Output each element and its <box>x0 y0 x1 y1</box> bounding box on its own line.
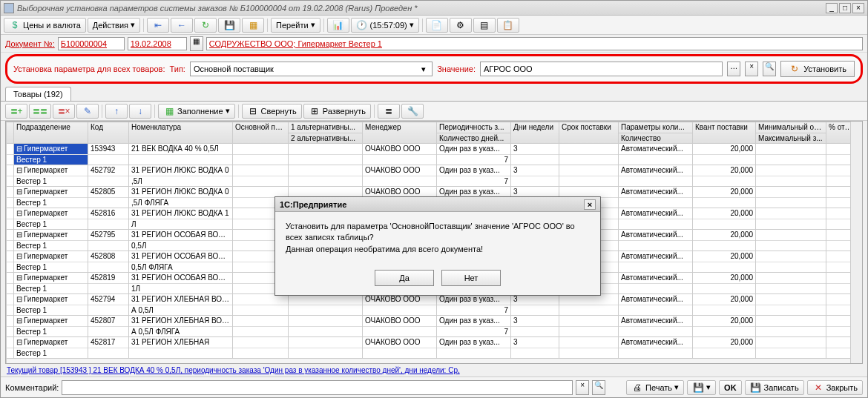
col-weekdays[interactable]: Дни недели <box>511 122 559 144</box>
dialog-title: 1С:Предприятие <box>280 200 346 209</box>
col-main-sup[interactable]: Основной поставщик <box>233 122 289 144</box>
window-title: Выборочная установка параметров системы … <box>17 4 826 13</box>
footer-bar: Комментарий: × 🔍 🖨Печать ▾ 💾▾ OK 💾Записа… <box>1 377 867 397</box>
dialog-no-button[interactable]: Нет <box>441 270 501 286</box>
table-row[interactable]: ⊟ГипермаркетВестер 115394321 ВЕК ВОДКА 4… <box>7 144 851 165</box>
col-manager[interactable]: Менеджер <box>363 122 437 144</box>
col-division[interactable]: Подразделение <box>14 122 88 144</box>
doc-number-input[interactable] <box>58 37 125 50</box>
wrench-icon: 🔧 <box>407 105 418 117</box>
col-qty-params[interactable]: Параметры коли...Количество <box>619 122 693 144</box>
install-button[interactable]: ↻Установить <box>780 61 855 77</box>
comment-lookup-button[interactable]: 🔍 <box>592 380 605 395</box>
tabs: Товары (192) <box>1 87 867 102</box>
confirm-dialog: 1С:Предприятие × Установить для параметр… <box>274 196 601 296</box>
tool-c-button[interactable]: ⚙ <box>450 18 472 33</box>
chart-icon: 📊 <box>332 19 344 31</box>
table-row[interactable]: ⊟ГипермаркетВестер 145281731 РЕГИОН ХЛЕБ… <box>7 337 851 359</box>
refresh-button[interactable]: ↻ <box>194 18 217 33</box>
grid-up-button[interactable]: ↑ <box>105 104 128 119</box>
collapse-icon: ⊟ <box>247 105 259 117</box>
close-window-button[interactable]: × <box>852 3 864 13</box>
col-code[interactable]: Код <box>88 122 129 144</box>
tool-b-button[interactable]: 📄 <box>426 18 448 33</box>
calendar-button[interactable]: ▦ <box>190 36 203 51</box>
time-button[interactable]: 🕐(15:57:09) ▾ <box>351 18 419 33</box>
expand-button[interactable]: ⊞Развернуть <box>303 104 371 119</box>
type-label: Тип: <box>170 64 185 73</box>
actions-button[interactable]: Действия ▾ <box>88 18 140 33</box>
grid-ext1-button[interactable]: ≣ <box>378 104 400 119</box>
value-clear-button[interactable]: × <box>745 62 758 76</box>
save-menu-button[interactable]: 💾▾ <box>687 380 716 395</box>
collapse-button[interactable]: ⊟Свернуть <box>242 104 302 119</box>
grid-delete-button[interactable]: ≣× <box>53 104 75 119</box>
table-row[interactable]: ⊟ГипермаркетВестер 145279231 РЕГИОН ЛЮКС… <box>7 165 851 187</box>
table-row[interactable]: ⊟ГипермаркетВестер 145280731 РЕГИОН ХЛЕБ… <box>7 316 851 337</box>
table-row[interactable]: ⊟ГипермаркетВестер 145279431 РЕГИОН ХЛЕБ… <box>7 294 851 316</box>
grid-toolbar: ≣+ ≣≣ ≣× ✎ ↑ ↓ ▦Заполнение ▾ ⊟Свернуть ⊞… <box>1 102 867 121</box>
nav-first-button[interactable]: ⇤ <box>147 18 169 33</box>
grid-add-button[interactable]: ≣+ <box>5 104 27 119</box>
value-combo[interactable]: АГРОС ООО <box>480 62 723 76</box>
chevron-down-icon[interactable]: ▾ <box>418 64 429 74</box>
doc-label: Документ №: <box>5 39 55 48</box>
fill-icon: ▦ <box>163 105 175 117</box>
disk-icon: 💾 <box>692 382 704 394</box>
dialog-close-button[interactable]: × <box>584 199 596 210</box>
dialog-yes-button[interactable]: Да <box>375 270 434 286</box>
type-combo[interactable]: Основной поставщик ▾ <box>190 62 433 76</box>
col-waste[interactable]: % отходов <box>826 122 851 144</box>
value-combo-text: АГРОС ООО <box>484 64 533 73</box>
status-link[interactable]: Текущий товар [153943 ] 21 ВЕК ВОДКА 40 … <box>1 364 867 377</box>
main-toolbar: $Цены и валюта Действия ▾ ⇤ ← ↻ 💾 ▦ Пере… <box>1 16 867 35</box>
col-period[interactable]: Периодичность з...Количество дней... <box>437 122 511 144</box>
ok-button[interactable]: OK <box>719 380 742 395</box>
doc-date-input[interactable] <box>128 37 187 50</box>
close-button[interactable]: ✕Закрыть <box>807 380 863 395</box>
param-set-panel: Установка параметра для всех товаров: Ти… <box>5 54 863 84</box>
value-lookup-button[interactable]: 🔍 <box>763 62 776 76</box>
write-button[interactable]: 💾Записать <box>745 380 804 395</box>
maximize-button[interactable]: □ <box>839 3 851 13</box>
apply-icon: ↻ <box>789 63 800 75</box>
comment-label: Комментарий: <box>5 383 59 392</box>
close-icon: ✕ <box>812 382 824 394</box>
col-balance[interactable]: Минимальный ос...Максимальный з... <box>756 122 826 144</box>
post-button[interactable]: ▦ <box>242 18 264 33</box>
comment-input[interactable] <box>62 380 573 395</box>
col-quant[interactable]: Квант поставки <box>693 122 756 144</box>
document-row: Документ №: ▦ <box>1 35 867 53</box>
minimize-button[interactable]: _ <box>826 3 838 13</box>
col-deliv[interactable]: Срок поставки <box>559 122 619 144</box>
org-input[interactable] <box>206 37 863 50</box>
fill-button[interactable]: ▦Заполнение ▾ <box>158 104 235 119</box>
arrow-left-icon: ← <box>176 19 188 31</box>
go-button[interactable]: Перейти ▾ <box>271 18 320 33</box>
print-button[interactable]: 🖨Печать ▾ <box>626 380 684 395</box>
grid-copy-button[interactable]: ≣≣ <box>29 104 51 119</box>
tab-goods[interactable]: Товары (192) <box>5 87 71 101</box>
tool-d-button[interactable]: ▤ <box>473 18 496 33</box>
param-caption: Установка параметра для всех товаров: <box>13 64 165 73</box>
col-alt[interactable]: 1 альтернативны...2 альтернативны... <box>289 122 363 144</box>
up-icon: ↑ <box>111 105 122 117</box>
type-combo-text: Основной поставщик <box>194 64 274 73</box>
record-button[interactable]: 💾 <box>218 18 240 33</box>
doc-icon: 📋 <box>502 19 514 31</box>
comment-clear-button[interactable]: × <box>576 380 589 395</box>
value-label: Значение: <box>437 64 476 73</box>
nav-prev-button[interactable]: ← <box>171 18 193 33</box>
col-marker[interactable] <box>7 122 14 144</box>
sheet-icon: 📄 <box>431 19 443 31</box>
grid-down-button[interactable]: ↓ <box>129 104 151 119</box>
col-nomen[interactable]: Номенклатура <box>129 122 233 144</box>
prices-button[interactable]: $Цены и валюта <box>4 18 86 33</box>
tool-e-button[interactable]: 📋 <box>497 18 519 33</box>
value-ellipsis-button[interactable]: … <box>727 62 740 76</box>
tool-a-button[interactable]: 📊 <box>327 18 349 33</box>
vertical-scrollbar[interactable] <box>850 122 862 363</box>
grid-ext2-button[interactable]: 🔧 <box>401 104 424 119</box>
dialog-line2: Данная операция необратима для всего док… <box>286 244 590 255</box>
grid-edit-button[interactable]: ✎ <box>76 104 99 119</box>
